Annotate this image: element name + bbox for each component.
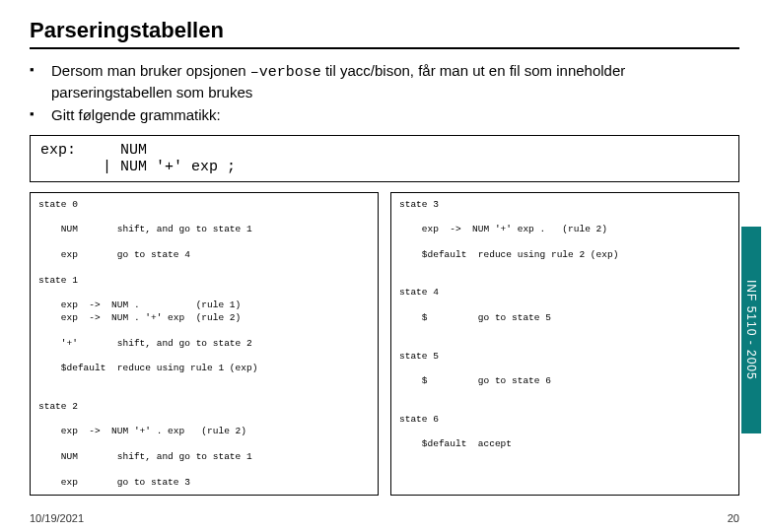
bullet-marker: ▪ xyxy=(30,61,51,103)
page-title: Parseringstabellen xyxy=(30,18,739,43)
grammar-text: exp: NUM | NUM '+' exp ; xyxy=(40,142,729,175)
footer-page: 20 xyxy=(728,512,739,524)
footer: 10/19/2021 20 xyxy=(30,512,739,524)
bullet-text: Dersom man bruker opsjonen –verbose til … xyxy=(51,61,739,103)
state-columns: state 0 NUM shift, and go to state 1 exp… xyxy=(30,192,739,497)
bullet-item: ▪ Dersom man bruker opsjonen –verbose ti… xyxy=(30,61,739,103)
divider xyxy=(30,47,739,49)
bullet1-pre: Dersom man bruker opsjonen xyxy=(51,62,250,79)
grammar-box: exp: NUM | NUM '+' exp ; xyxy=(30,135,739,182)
slide: Parseringstabellen ▪ Dersom man bruker o… xyxy=(0,0,769,532)
footer-date: 10/19/2021 xyxy=(30,512,84,524)
states-right: state 3 exp -> NUM '+' exp . (rule 2) $d… xyxy=(390,192,739,497)
states-left: state 0 NUM shift, and go to state 1 exp… xyxy=(30,192,379,497)
bullet1-code: –verbose xyxy=(250,64,321,81)
bullet-item: ▪ Gitt følgende grammatikk: xyxy=(30,105,739,125)
course-sidebar: INF 5110 - 2005 xyxy=(741,227,761,433)
bullet-list: ▪ Dersom man bruker opsjonen –verbose ti… xyxy=(30,61,739,125)
bullet2: Gitt følgende grammatikk: xyxy=(51,105,739,125)
bullet-marker: ▪ xyxy=(30,105,51,125)
